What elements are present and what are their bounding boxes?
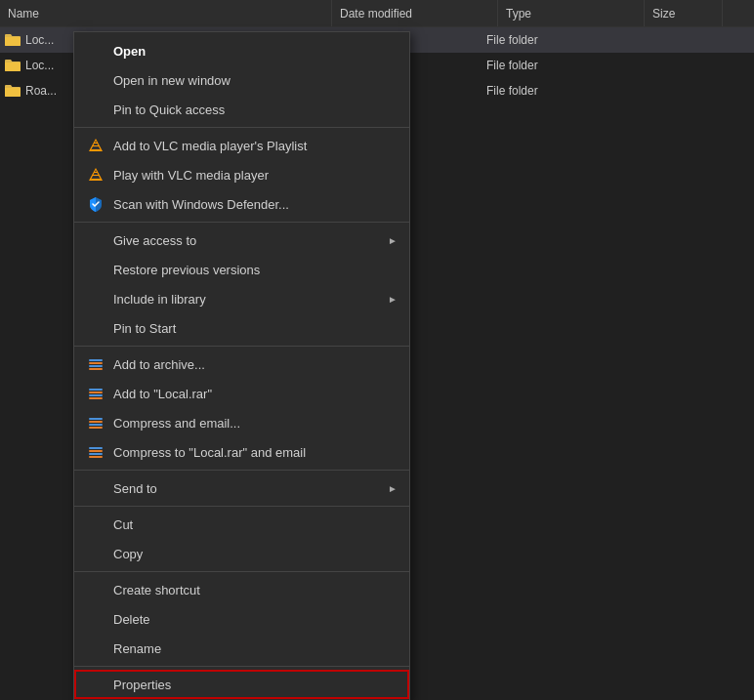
- svg-rect-19: [89, 421, 103, 423]
- column-header-name[interactable]: Name: [0, 0, 332, 26]
- svg-rect-20: [89, 424, 103, 426]
- menu-item-copy[interactable]: Copy: [74, 539, 409, 568]
- pin-start-icon: [86, 318, 105, 338]
- separator-1: [74, 127, 409, 128]
- svg-rect-14: [89, 389, 103, 391]
- svg-rect-21: [89, 427, 103, 429]
- separator-5: [74, 506, 409, 507]
- svg-rect-17: [89, 397, 103, 399]
- menu-item-scan-defender[interactable]: Scan with Windows Defender...: [74, 189, 409, 219]
- rar-icon: [86, 354, 105, 374]
- give-access-icon: [86, 230, 105, 250]
- folder-icon: [4, 82, 21, 100]
- svg-rect-4: [94, 143, 98, 144]
- rar-icon: [86, 442, 105, 462]
- folder-icon: [4, 57, 21, 74]
- menu-item-create-shortcut[interactable]: Create shortcut: [74, 575, 409, 604]
- svg-rect-2: [91, 149, 101, 151]
- menu-item-delete[interactable]: Delete: [74, 604, 409, 634]
- open-new-window-icon: [86, 70, 105, 90]
- shortcut-icon: [86, 580, 105, 599]
- library-icon: [86, 289, 105, 309]
- pin-icon: [86, 100, 105, 119]
- svg-rect-13: [89, 368, 103, 370]
- arrow-icon: ►: [388, 235, 398, 246]
- svg-rect-23: [89, 450, 103, 452]
- svg-rect-25: [89, 456, 103, 458]
- separator-6: [74, 571, 409, 572]
- rar-icon: [86, 413, 105, 432]
- send-to-icon: [86, 478, 105, 498]
- svg-rect-22: [89, 447, 103, 449]
- menu-item-vlc-play[interactable]: Play with VLC media player: [74, 160, 409, 189]
- separator-2: [74, 222, 409, 223]
- svg-rect-24: [89, 453, 103, 455]
- column-header-type[interactable]: Type: [498, 0, 645, 26]
- separator-3: [74, 346, 409, 347]
- rar-icon: [86, 384, 105, 403]
- svg-rect-8: [93, 175, 99, 176]
- menu-item-add-archive[interactable]: Add to archive...: [74, 350, 409, 379]
- menu-item-include-library[interactable]: Include in library ►: [74, 284, 409, 313]
- separator-4: [74, 470, 409, 471]
- svg-rect-18: [89, 418, 103, 420]
- defender-icon: [86, 194, 105, 214]
- svg-rect-3: [93, 145, 99, 146]
- menu-item-pin-start[interactable]: Pin to Start: [74, 313, 409, 343]
- column-header-date[interactable]: Date modified: [332, 0, 498, 26]
- open-icon: [86, 41, 105, 61]
- menu-item-cut[interactable]: Cut: [74, 510, 409, 539]
- menu-item-compress-email[interactable]: Compress and email...: [74, 408, 409, 437]
- svg-rect-11: [89, 362, 103, 364]
- menu-item-send-to[interactable]: Send to ►: [74, 474, 409, 503]
- cut-icon: [86, 515, 105, 534]
- folder-icon: [4, 31, 21, 49]
- menu-item-properties[interactable]: Properties: [74, 670, 409, 699]
- properties-icon: [86, 675, 105, 694]
- vlc-play-icon: [86, 165, 105, 185]
- menu-item-pin-quick-access[interactable]: Pin to Quick access: [74, 95, 409, 124]
- svg-rect-9: [94, 172, 98, 173]
- copy-icon: [86, 544, 105, 563]
- column-header-size[interactable]: Size: [645, 0, 723, 26]
- svg-rect-15: [89, 391, 103, 393]
- svg-rect-7: [91, 179, 101, 181]
- menu-item-rename[interactable]: Rename: [74, 634, 409, 663]
- menu-item-give-access[interactable]: Give access to ►: [74, 226, 409, 255]
- separator-7: [74, 666, 409, 667]
- arrow-icon: ►: [388, 294, 398, 305]
- menu-item-compress-local-email[interactable]: Compress to "Local.rar" and email: [74, 437, 409, 467]
- menu-item-open-new-window[interactable]: Open in new window: [74, 65, 409, 95]
- svg-rect-10: [89, 359, 103, 361]
- explorer-header: Name Date modified Type Size: [0, 0, 754, 27]
- rename-icon: [86, 638, 105, 658]
- menu-item-add-local-rar[interactable]: Add to "Local.rar": [74, 379, 409, 408]
- svg-rect-16: [89, 394, 103, 396]
- restore-icon: [86, 260, 105, 279]
- context-menu: Open Open in new window Pin to Quick acc…: [73, 31, 410, 700]
- menu-item-open[interactable]: Open: [74, 36, 409, 65]
- delete-icon: [86, 609, 105, 629]
- menu-item-vlc-playlist[interactable]: Add to VLC media player's Playlist: [74, 131, 409, 160]
- menu-item-restore-versions[interactable]: Restore previous versions: [74, 255, 409, 284]
- arrow-icon: ►: [388, 483, 398, 494]
- vlc-icon: [86, 136, 105, 155]
- svg-rect-12: [89, 365, 103, 367]
